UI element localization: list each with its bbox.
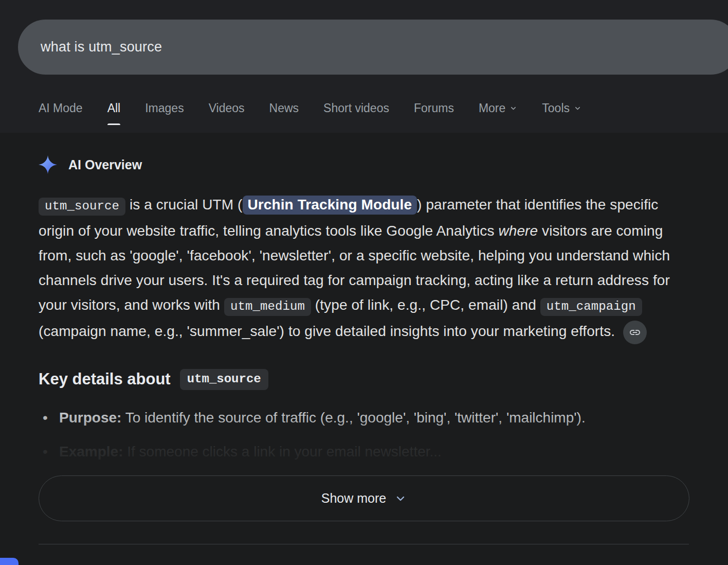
ai-sparkle-icon (39, 155, 57, 174)
tab-label: Forums (414, 101, 454, 115)
search-bar[interactable]: what is utm_source (18, 20, 728, 75)
tab-label: Videos (209, 101, 245, 115)
bullet-body: Example: If someone clicks a link in you… (59, 439, 442, 464)
tab-label: AI Mode (39, 101, 83, 115)
chevron-down-icon (574, 104, 581, 112)
bottom-left-blue-element (0, 558, 19, 565)
bullet-text: If someone clicks a link in your email n… (123, 444, 442, 460)
bullet-dot: • (39, 439, 59, 464)
ai-text-segment: (type of link, e.g., CPC, email) and (311, 297, 540, 313)
search-tabs: AI Mode All Images Videos News Short vid… (39, 97, 581, 125)
tab-label: All (107, 101, 121, 115)
ai-text-segment: (campaign name, e.g., 'summer_sale') to … (39, 323, 619, 339)
source-link-button[interactable] (623, 321, 647, 344)
tab-videos[interactable]: Videos (209, 97, 245, 125)
tab-more[interactable]: More (479, 97, 517, 125)
results-content: AI Overview utm_source is a crucial UTM … (0, 155, 728, 464)
key-details-heading-text: Key details about (39, 370, 171, 389)
ai-overview-text: utm_source is a crucial UTM (Urchin Trac… (39, 192, 689, 344)
chevron-down-icon (394, 492, 407, 505)
ai-overview-title: AI Overview (68, 157, 142, 172)
search-header: what is utm_source AI Mode All Images Vi… (0, 0, 728, 133)
key-detail-item-faded: •Example: If someone clicks a link in yo… (39, 439, 689, 464)
google-search-results-page: what is utm_source AI Mode All Images Vi… (0, 0, 728, 565)
tab-label: Images (145, 101, 184, 115)
key-detail-item-purpose: •Purpose: To identify the source of traf… (39, 405, 689, 430)
ai-overview-header: AI Overview (39, 155, 689, 174)
link-icon (629, 326, 641, 339)
show-more-button[interactable]: Show more (39, 475, 689, 521)
code-chip-utm-campaign: utm_campaign (540, 298, 642, 316)
tab-short-videos[interactable]: Short videos (323, 97, 389, 125)
bullet-text: To identify the source of traffic (e.g.,… (121, 410, 585, 426)
bullet-label: Purpose: (59, 410, 121, 426)
code-chip-utm-source: utm_source (39, 198, 125, 216)
bullet-dot: • (39, 405, 59, 430)
search-query[interactable]: what is utm_source (41, 39, 162, 55)
tab-tools[interactable]: Tools (542, 97, 581, 125)
tab-label: Short videos (323, 101, 389, 115)
bullet-label: Example: (59, 444, 123, 460)
tab-forums[interactable]: Forums (414, 97, 454, 125)
ai-text-segment: is a crucial UTM ( (125, 197, 242, 213)
bullet-body: Purpose: To identify the source of traff… (59, 405, 586, 430)
tab-ai-mode[interactable]: AI Mode (39, 97, 83, 125)
tab-images[interactable]: Images (145, 97, 184, 125)
tab-label: News (269, 101, 299, 115)
key-details-list: •Purpose: To identify the source of traf… (39, 405, 689, 464)
tab-label: More (479, 101, 505, 115)
key-details-heading: Key details about utm_source (39, 369, 689, 390)
tab-label: Tools (542, 101, 570, 115)
code-chip-utm-source-heading: utm_source (180, 369, 268, 390)
tab-news[interactable]: News (269, 97, 299, 125)
highlight-urchin-tracking-module[interactable]: Urchin Tracking Module (243, 196, 417, 215)
section-divider (39, 544, 689, 544)
ai-text-italic: where (498, 223, 538, 239)
code-chip-utm-medium: utm_medium (224, 298, 311, 316)
show-more-label: Show more (321, 491, 386, 506)
chevron-down-icon (509, 104, 517, 112)
tab-all[interactable]: All (107, 97, 121, 125)
